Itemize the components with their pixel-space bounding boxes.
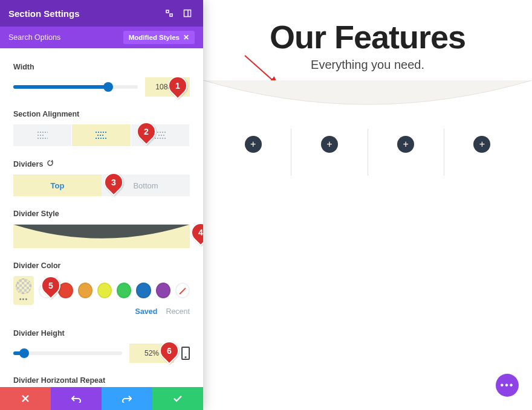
fullscreen-icon[interactable]: [162, 6, 177, 21]
swatch-purple[interactable]: [156, 283, 170, 298]
callout-4: 4: [198, 228, 203, 237]
column: +: [444, 127, 520, 176]
setting-divider-color: Divider Color ••• Saved: [13, 261, 190, 316]
more-dots-icon[interactable]: •••: [19, 295, 28, 303]
setting-divider-style: Divider Style 4: [13, 210, 190, 248]
svg-rect-2: [184, 10, 191, 17]
reset-icon[interactable]: [47, 159, 54, 168]
preview-area: Our Features Everything you need. + + + …: [203, 0, 532, 410]
tab-top[interactable]: Top: [13, 175, 102, 196]
setting-dividers: Dividers Top Bottom 3: [13, 159, 190, 196]
color-tab-recent[interactable]: Recent: [166, 307, 190, 316]
swatch-none[interactable]: [175, 283, 190, 298]
setting-divider-repeat: Divider Horizontal Repeat 1x: [13, 376, 190, 387]
divider-style-select[interactable]: [13, 224, 190, 248]
swatch-transparent-wrap: •••: [13, 276, 34, 305]
width-label: Width: [13, 63, 190, 71]
add-module-button[interactable]: +: [321, 136, 338, 153]
svg-rect-1: [170, 14, 172, 16]
modified-styles-pill[interactable]: Modified Styles ✕: [123, 31, 195, 44]
action-bar: [0, 387, 203, 410]
align-left-button[interactable]: [13, 124, 72, 146]
page-title: Our Features: [203, 18, 532, 56]
save-button[interactable]: [152, 387, 203, 410]
cancel-button[interactable]: [0, 387, 51, 410]
align-right-button[interactable]: [131, 124, 190, 146]
swatch-white[interactable]: [39, 283, 53, 298]
panel-subheader: Search Options Modified Styles ✕: [0, 27, 203, 48]
width-slider[interactable]: [13, 85, 138, 89]
search-options-label[interactable]: Search Options: [8, 33, 60, 42]
swatch-red[interactable]: [58, 283, 73, 298]
add-module-button[interactable]: +: [473, 136, 490, 153]
svg-rect-0: [166, 10, 169, 13]
alignment-label: Section Alignment: [13, 110, 190, 118]
panel-body: Width 1080px 1 Section Alignment: [0, 48, 203, 387]
setting-width: Width 1080px 1: [13, 63, 190, 97]
dividers-label: Dividers: [13, 159, 190, 168]
settings-panel: Section Settings Search Options Modified…: [0, 0, 203, 410]
redo-button[interactable]: [102, 387, 152, 410]
swatch-orange[interactable]: [78, 283, 92, 298]
add-module-button[interactable]: +: [245, 136, 262, 153]
divider-repeat-label: Divider Horizontal Repeat: [13, 376, 190, 385]
columns-row: + + + +: [215, 127, 520, 176]
panel-title: Section Settings: [8, 8, 80, 19]
divider-style-label: Divider Style: [13, 210, 190, 218]
align-center-button[interactable]: [72, 124, 131, 146]
color-tab-saved[interactable]: Saved: [135, 307, 158, 316]
fab-label: •••: [501, 380, 514, 391]
setting-alignment: Section Alignment 2: [13, 110, 190, 146]
swatch-transparent[interactable]: [16, 278, 31, 294]
column: +: [368, 127, 444, 176]
column: +: [215, 127, 291, 176]
fab-menu-button[interactable]: •••: [496, 374, 519, 397]
pill-label: Modified Styles: [129, 34, 180, 41]
add-module-button[interactable]: +: [397, 136, 414, 153]
section-divider-preview: [203, 80, 532, 129]
divider-height-slider[interactable]: [13, 351, 122, 355]
close-icon[interactable]: ✕: [183, 33, 189, 42]
swatch-yellow[interactable]: [97, 283, 112, 298]
panel-header: Section Settings: [0, 0, 203, 27]
divider-height-value[interactable]: 52%: [129, 344, 174, 363]
swatch-blue[interactable]: [136, 283, 151, 298]
setting-divider-height: Divider Height 52% 6: [13, 329, 190, 363]
undo-button[interactable]: [51, 387, 102, 410]
dock-icon[interactable]: [180, 6, 195, 21]
swatch-green[interactable]: [117, 283, 131, 298]
column: +: [291, 127, 368, 176]
width-value[interactable]: 1080px: [145, 77, 190, 97]
tab-bottom[interactable]: Bottom: [102, 175, 190, 196]
responsive-icon[interactable]: [181, 347, 190, 360]
divider-color-label: Divider Color: [13, 261, 190, 270]
divider-height-label: Divider Height: [13, 329, 190, 338]
